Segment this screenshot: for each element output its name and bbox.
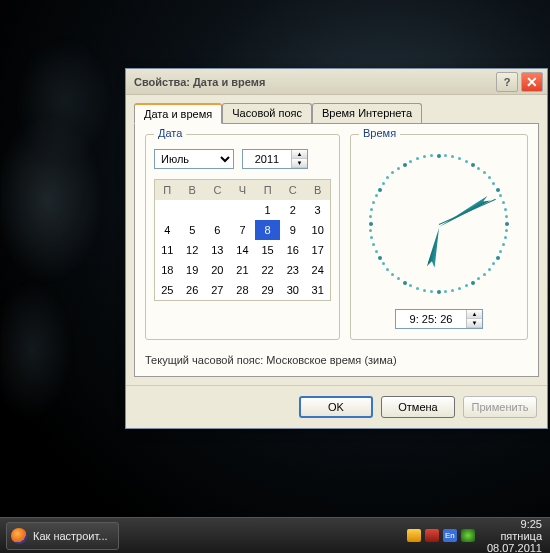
weekday-header: П [255, 180, 280, 201]
calendar-day[interactable]: 3 [305, 200, 330, 220]
calendar-day[interactable]: 9 [280, 220, 305, 240]
tab-internet-time[interactable]: Время Интернета [312, 103, 422, 123]
titlebar[interactable]: Свойства: Дата и время ? ✕ [126, 69, 547, 95]
date-group: Дата Июль ▲ ▼ ПВСЧПСВ 12345678 [145, 134, 340, 340]
calendar-day[interactable]: 26 [180, 280, 205, 301]
date-time-properties-dialog: Свойства: Дата и время ? ✕ Дата и время … [125, 68, 548, 429]
clock-tick [386, 176, 389, 179]
clock-tick [465, 160, 468, 163]
dialog-button-bar: OK Отмена Применить [126, 385, 547, 428]
taskbar-app-button[interactable]: Как настроит... [6, 522, 119, 550]
tab-timezone[interactable]: Часовой пояс [222, 103, 312, 123]
taskbar-time: 9:25 [487, 518, 542, 530]
tray-icon-shield[interactable] [407, 529, 421, 542]
calendar-day[interactable]: 31 [305, 280, 330, 301]
language-indicator[interactable]: En [443, 529, 457, 542]
calendar-day[interactable]: 18 [155, 260, 180, 280]
taskbar-clock[interactable]: 9:25 пятница 08.07.2011 [481, 518, 542, 554]
clock-tick [499, 250, 502, 253]
calendar-day[interactable]: 14 [230, 240, 255, 260]
tray-icon-security[interactable] [425, 529, 439, 542]
calendar-day[interactable]: 25 [155, 280, 180, 301]
calendar-grid[interactable]: ПВСЧПСВ 12345678910111213141516171819202… [154, 179, 331, 301]
year-input[interactable] [243, 150, 291, 168]
clock-tick [430, 290, 433, 293]
clock-hand-hour [427, 227, 443, 268]
clock-tick [409, 160, 412, 163]
date-group-label: Дата [154, 127, 186, 139]
clock-tick [416, 157, 419, 160]
month-select[interactable]: Июль [154, 149, 234, 169]
calendar-day[interactable]: 27 [205, 280, 230, 301]
calendar-day[interactable]: 20 [205, 260, 230, 280]
calendar-day[interactable]: 17 [305, 240, 330, 260]
calendar-day[interactable]: 7 [230, 220, 255, 240]
calendar-day[interactable]: 13 [205, 240, 230, 260]
cancel-button[interactable]: Отмена [381, 396, 455, 418]
calendar-day[interactable]: 19 [180, 260, 205, 280]
clock-tick [391, 171, 394, 174]
clock-tick [423, 155, 426, 158]
year-up[interactable]: ▲ [292, 150, 307, 159]
clock-tick [391, 273, 394, 276]
calendar-day[interactable]: 23 [280, 260, 305, 280]
calendar-day[interactable]: 29 [255, 280, 280, 301]
calendar-day[interactable]: 30 [280, 280, 305, 301]
tray-icon-network[interactable] [461, 529, 475, 542]
calendar-day[interactable]: 5 [180, 220, 205, 240]
clock-tick [477, 277, 480, 280]
time-down[interactable]: ▼ [467, 319, 482, 328]
clock-tick [502, 201, 505, 204]
calendar-day[interactable]: 6 [205, 220, 230, 240]
calendar-day[interactable]: 16 [280, 240, 305, 260]
calendar-day[interactable]: 2 [280, 200, 305, 220]
clock-tick [471, 163, 475, 167]
clock-tick [492, 262, 495, 265]
clock-tick [375, 250, 378, 253]
apply-button[interactable]: Применить [463, 396, 537, 418]
calendar-day[interactable]: 11 [155, 240, 180, 260]
calendar-day[interactable]: 10 [305, 220, 330, 240]
calendar-day[interactable]: 21 [230, 260, 255, 280]
firefox-icon [11, 528, 27, 544]
weekday-header: В [180, 180, 205, 201]
calendar-day[interactable]: 8 [255, 220, 280, 240]
calendar-day [180, 200, 205, 220]
clock-tick [372, 201, 375, 204]
taskbar[interactable]: Как настроит... En 9:25 пятница 08.07.20… [0, 517, 550, 553]
ok-button[interactable]: OK [299, 396, 373, 418]
clock-tick [409, 284, 412, 287]
clock-tick [504, 236, 507, 239]
weekday-header: Ч [230, 180, 255, 201]
year-spinner[interactable]: ▲ ▼ [242, 149, 308, 169]
clock-tick [483, 171, 486, 174]
calendar-day[interactable]: 28 [230, 280, 255, 301]
weekday-header: С [205, 180, 230, 201]
clock-tick [416, 287, 419, 290]
time-spinner[interactable]: ▲ ▼ [395, 309, 483, 329]
time-group-label: Время [359, 127, 400, 139]
calendar-day [205, 200, 230, 220]
calendar-day[interactable]: 12 [180, 240, 205, 260]
calendar-day[interactable]: 15 [255, 240, 280, 260]
clock-tick [370, 208, 373, 211]
help-button[interactable]: ? [496, 72, 518, 92]
tab-date-time[interactable]: Дата и время [134, 103, 222, 124]
clock-tick [502, 243, 505, 246]
time-input[interactable] [396, 310, 466, 328]
weekday-header: С [280, 180, 305, 201]
clock-tick [505, 215, 508, 218]
calendar-day[interactable]: 4 [155, 220, 180, 240]
year-down[interactable]: ▼ [292, 159, 307, 168]
calendar-day[interactable]: 1 [255, 200, 280, 220]
clock-tick [483, 273, 486, 276]
time-up[interactable]: ▲ [467, 310, 482, 319]
calendar-day[interactable]: 22 [255, 260, 280, 280]
timezone-status: Текущий часовой пояс: Московское время (… [145, 354, 528, 366]
clock-tick [496, 256, 500, 260]
close-button[interactable]: ✕ [521, 72, 543, 92]
clock-hand-sec [439, 199, 496, 225]
calendar-day[interactable]: 24 [305, 260, 330, 280]
clock-tick [369, 222, 373, 226]
clock-tick [372, 243, 375, 246]
